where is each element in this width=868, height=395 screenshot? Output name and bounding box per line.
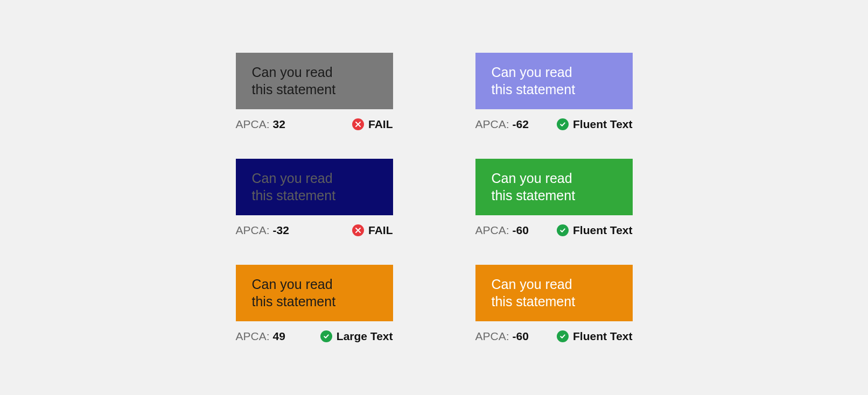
contrast-card: Can you read this statement APCA: -32 FA… (236, 159, 393, 237)
apca-label: APCA: (475, 224, 509, 237)
swatch: Can you read this statement (475, 265, 633, 321)
contrast-card: Can you read this statement APCA: -60 Fl… (475, 159, 633, 237)
x-circle-icon (352, 118, 364, 130)
apca-group: APCA: -32 (236, 224, 289, 237)
status-label: FAIL (368, 224, 393, 237)
status-label: FAIL (368, 118, 393, 131)
apca-label: APCA: (236, 330, 270, 343)
swatch-line-2: this statement (492, 293, 617, 311)
swatch-line-1: Can you read (492, 276, 617, 293)
contrast-grid: Can you read this statement APCA: 32 FAI… (236, 53, 633, 343)
apca-group: APCA: 32 (236, 118, 285, 131)
swatch-line-2: this statement (492, 81, 617, 98)
status-label: Fluent Text (573, 330, 632, 343)
status-label: Fluent Text (573, 224, 632, 237)
swatch-line-2: this statement (252, 187, 377, 204)
swatch-line-1: Can you read (252, 276, 377, 293)
status-group: Large Text (320, 330, 393, 343)
card-meta: APCA: -60 Fluent Text (475, 224, 633, 237)
swatch-line-1: Can you read (492, 170, 617, 187)
apca-value: 32 (273, 118, 285, 131)
apca-value: -60 (513, 224, 529, 237)
check-circle-icon (557, 118, 569, 130)
x-circle-icon (352, 224, 364, 236)
status-group: FAIL (352, 224, 393, 237)
apca-group: APCA: -60 (475, 224, 529, 237)
swatch-line-1: Can you read (252, 170, 377, 187)
swatch-line-2: this statement (252, 293, 377, 311)
swatch: Can you read this statement (236, 265, 393, 321)
card-meta: APCA: -62 Fluent Text (475, 118, 633, 131)
check-circle-icon (557, 224, 569, 236)
swatch: Can you read this statement (236, 159, 393, 215)
apca-group: APCA: -60 (475, 330, 529, 343)
apca-value: 49 (273, 330, 285, 343)
status-group: Fluent Text (557, 118, 632, 131)
swatch-line-1: Can you read (252, 64, 377, 81)
status-group: Fluent Text (557, 224, 632, 237)
card-meta: APCA: 32 FAIL (236, 118, 393, 131)
swatch-line-2: this statement (492, 187, 617, 204)
apca-group: APCA: -62 (475, 118, 529, 131)
apca-label: APCA: (236, 118, 270, 131)
swatch: Can you read this statement (475, 159, 633, 215)
swatch: Can you read this statement (475, 53, 633, 109)
contrast-card: Can you read this statement APCA: -62 Fl… (475, 53, 633, 131)
apca-label: APCA: (475, 330, 509, 343)
contrast-card: Can you read this statement APCA: -60 Fl… (475, 265, 633, 343)
status-label: Large Text (337, 330, 393, 343)
status-group: Fluent Text (557, 330, 632, 343)
check-circle-icon (557, 330, 569, 342)
card-meta: APCA: -60 Fluent Text (475, 330, 633, 343)
check-circle-icon (320, 330, 332, 342)
apca-group: APCA: 49 (236, 330, 285, 343)
apca-label: APCA: (475, 118, 509, 131)
contrast-card: Can you read this statement APCA: 32 FAI… (236, 53, 393, 131)
apca-value: -60 (513, 330, 529, 343)
contrast-card: Can you read this statement APCA: 49 Lar… (236, 265, 393, 343)
swatch: Can you read this statement (236, 53, 393, 109)
status-label: Fluent Text (573, 118, 632, 131)
card-meta: APCA: -32 FAIL (236, 224, 393, 237)
apca-label: APCA: (236, 224, 270, 237)
status-group: FAIL (352, 118, 393, 131)
swatch-line-2: this statement (252, 81, 377, 98)
swatch-line-1: Can you read (492, 64, 617, 81)
apca-value: -32 (273, 224, 289, 237)
apca-value: -62 (513, 118, 529, 131)
card-meta: APCA: 49 Large Text (236, 330, 393, 343)
